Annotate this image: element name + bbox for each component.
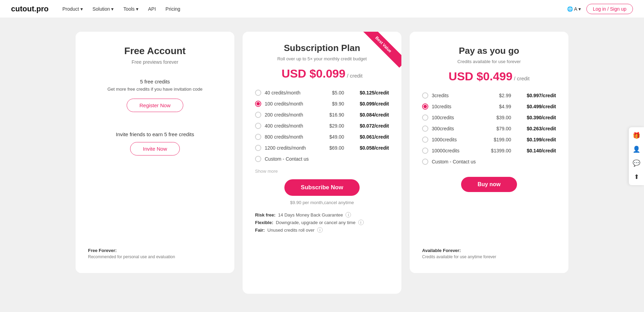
sub-option-item[interactable]: 200 credits/month $16.90 $0.084/credit xyxy=(255,109,389,120)
logo[interactable]: cutout.pro xyxy=(11,4,49,13)
radio-circle[interactable] xyxy=(422,159,428,165)
radio-circle[interactable] xyxy=(255,134,261,140)
scroll-top-widget[interactable]: ⬆ xyxy=(630,171,643,183)
show-more-link[interactable]: Show more xyxy=(255,169,389,174)
feature-item: Flexible: Downgrade, upgrade or cancel a… xyxy=(255,220,389,225)
payg-price-display: USD $0.499 / credit xyxy=(422,70,556,83)
option-price: $1399.00 xyxy=(490,148,511,153)
invite-section-text: Invite friends to earn 5 free credits xyxy=(116,131,194,137)
option-price: $39.00 xyxy=(490,115,511,120)
sub-option-item[interactable]: 40 credits/month $5.00 $0.125/credit xyxy=(255,87,389,98)
free-card-footer: Free Forever: Recommended for personal u… xyxy=(88,234,222,259)
sub-option-item[interactable]: 1200 credits/month $69.00 $0.058/credit xyxy=(255,142,389,153)
gift-widget[interactable]: 🎁 xyxy=(630,129,643,142)
payg-option-item[interactable]: 1000credits $199.00 $0.199/credit xyxy=(422,134,556,145)
option-label: Custom - Contact us xyxy=(432,159,487,164)
payg-footer-desc: Credits available for use anytime foreve… xyxy=(422,254,556,259)
radio-circle[interactable] xyxy=(255,101,261,107)
nav-tools[interactable]: Tools ▾ xyxy=(123,6,138,12)
option-per-credit: $0.099/credit xyxy=(348,101,389,107)
option-price: $4.99 xyxy=(490,104,511,109)
free-card-subtitle: Free previews forever xyxy=(131,59,178,65)
option-per-credit: $0.390/credit xyxy=(515,115,556,120)
sub-option-item[interactable]: 100 credits/month $9.90 $0.099/credit xyxy=(255,98,389,109)
payg-option-item[interactable]: 10000credits $1399.00 $0.140/credit xyxy=(422,145,556,156)
option-per-credit: $0.072/credit xyxy=(348,123,389,129)
option-price: $29.00 xyxy=(323,123,344,129)
sub-price-main: USD $0.099 xyxy=(282,67,345,80)
radio-circle[interactable] xyxy=(422,148,428,154)
user-widget[interactable]: 👤 xyxy=(630,143,643,155)
option-label: 300credits xyxy=(432,126,487,131)
info-icon[interactable]: i xyxy=(345,212,351,218)
option-label: 40 credits/month xyxy=(265,90,320,95)
subscribe-now-button[interactable]: Subscribe Now xyxy=(284,179,360,196)
buy-now-button[interactable]: Buy now xyxy=(461,177,517,192)
free-invite-desc: Get more free credits if you have invita… xyxy=(107,87,202,92)
payg-option-item[interactable]: Custom - Contact us xyxy=(422,156,556,167)
invite-section: Invite friends to earn 5 free credits In… xyxy=(116,131,194,161)
option-label: 1200 credits/month xyxy=(265,145,320,151)
best-value-ribbon: Best Value xyxy=(363,32,401,68)
radio-circle[interactable] xyxy=(422,137,428,143)
free-footer-desc: Recommended for personal use and evaluat… xyxy=(88,254,222,259)
nav-pricing[interactable]: Pricing xyxy=(166,6,180,12)
main-content: Free Account Free previews forever 5 fre… xyxy=(0,18,644,312)
radio-circle[interactable] xyxy=(255,156,261,162)
radio-circle[interactable] xyxy=(255,123,261,129)
side-widgets: 🎁 👤 💬 ⬆ xyxy=(629,127,644,185)
nav-product[interactable]: Product ▾ xyxy=(62,6,83,12)
payg-card-subtitle: Credits available for use forever xyxy=(422,59,556,64)
option-price: $69.00 xyxy=(323,145,344,151)
option-price: $2.99 xyxy=(490,93,511,98)
radio-circle[interactable] xyxy=(422,125,428,132)
option-label: 10000credits xyxy=(432,148,487,153)
option-price: $5.00 xyxy=(323,90,344,95)
option-label: 400 credits/month xyxy=(265,123,320,129)
option-price: $79.00 xyxy=(490,126,511,131)
payg-card: Pay as you go Credits available for use … xyxy=(410,32,568,273)
sub-option-item[interactable]: Custom - Contact us xyxy=(255,153,389,164)
language-selector[interactable]: 🌐 A ▾ xyxy=(567,6,581,12)
nav-api[interactable]: API xyxy=(148,6,156,12)
option-per-credit: $0.263/credit xyxy=(515,126,556,131)
payg-options: 3credits $2.99 $0.997/credit 10credits $… xyxy=(422,90,556,167)
info-icon[interactable]: i xyxy=(358,220,364,225)
radio-circle[interactable] xyxy=(422,114,428,121)
nav-solution[interactable]: Solution ▾ xyxy=(92,6,114,12)
option-per-credit: $0.199/credit xyxy=(515,137,556,142)
payg-option-item[interactable]: 3credits $2.99 $0.997/credit xyxy=(422,90,556,101)
chat-widget[interactable]: 💬 xyxy=(630,157,643,169)
payg-card-title: Pay as you go xyxy=(422,46,556,56)
option-label: Custom - Contact us xyxy=(265,156,320,162)
option-per-credit: $0.061/credit xyxy=(348,134,389,140)
option-label: 800 credits/month xyxy=(265,134,320,140)
register-now-button[interactable]: Register Now xyxy=(127,99,183,112)
option-price: $199.00 xyxy=(490,137,511,142)
sub-option-item[interactable]: 400 credits/month $29.00 $0.072/credit xyxy=(255,120,389,131)
nav-right: 🌐 A ▾ Log in / Sign up xyxy=(567,4,633,14)
payg-option-item[interactable]: 10credits $4.99 $0.499/credit xyxy=(422,101,556,112)
best-value-ribbon-wrapper: Best Value xyxy=(363,32,401,70)
login-button[interactable]: Log in / Sign up xyxy=(586,4,633,14)
invite-now-button[interactable]: Invite Now xyxy=(130,142,180,155)
radio-circle[interactable] xyxy=(255,145,261,151)
subscription-features: Risk free: 14 Days Money Back Guarantee … xyxy=(255,212,389,233)
info-icon[interactable]: i xyxy=(317,227,323,233)
sub-option-item[interactable]: 800 credits/month $49.00 $0.061/credit xyxy=(255,131,389,142)
feature-item: Risk free: 14 Days Money Back Guarantee … xyxy=(255,212,389,218)
radio-circle[interactable] xyxy=(422,103,428,110)
payg-option-item[interactable]: 300credits $79.00 $0.263/credit xyxy=(422,123,556,134)
sub-price-unit: / credit xyxy=(347,73,362,79)
option-label: 3credits xyxy=(432,93,487,98)
payg-price-unit: / credit xyxy=(514,76,529,81)
free-footer-title: Free Forever: xyxy=(88,248,222,253)
option-label: 100 credits/month xyxy=(265,101,320,107)
radio-circle[interactable] xyxy=(255,90,261,96)
option-label: 10credits xyxy=(432,104,487,109)
payg-price-main: USD $0.499 xyxy=(449,70,513,83)
payg-option-item[interactable]: 100credits $39.00 $0.390/credit xyxy=(422,112,556,123)
subscription-options: 40 credits/month $5.00 $0.125/credit 100… xyxy=(255,87,389,164)
radio-circle[interactable] xyxy=(255,112,261,118)
radio-circle[interactable] xyxy=(422,92,428,99)
